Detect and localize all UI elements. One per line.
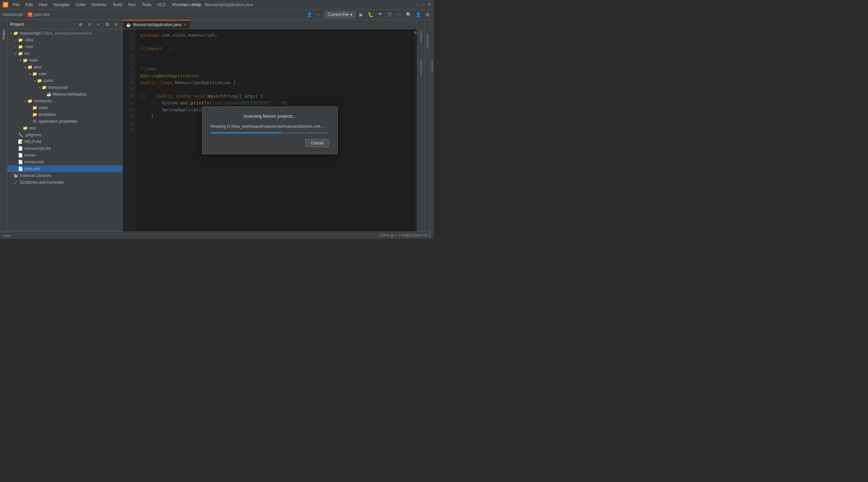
- tree-item--mvn[interactable]: ›📁.mvn: [7, 43, 122, 50]
- debug-button[interactable]: 🐛: [367, 11, 374, 18]
- collapse-all-icon[interactable]: ≡: [86, 21, 93, 28]
- menu-navigate[interactable]: Navigate: [51, 2, 72, 8]
- tree-item-scratches-and-consoles[interactable]: ›🖊Scratches and Consoles: [7, 179, 122, 186]
- cancel-button[interactable]: Cancel: [305, 139, 329, 147]
- structure-tab[interactable]: Structure: [430, 60, 434, 73]
- tree-label: mvnw.cmd: [24, 160, 44, 164]
- tree-label: application.properties: [39, 119, 77, 124]
- window-controls[interactable]: ─ □ ✕: [414, 2, 431, 7]
- tree-icon-folder: 📁: [32, 71, 37, 77]
- breadcrumb-manuscript[interactable]: manuscript: [3, 12, 23, 17]
- tree-arrow: ›: [9, 181, 13, 184]
- title-bar: IJ FileEditViewNavigateCodeRefactorBuild…: [0, 0, 434, 9]
- tree-arrow: ›: [14, 38, 18, 42]
- main-layout: Project Project ⊕ ≡ ≈ ⚙ ✕ ▾📁manuscript D…: [0, 20, 434, 232]
- current-file-button[interactable]: Current File ▾: [324, 11, 355, 18]
- tree-item-static[interactable]: ›📁static: [7, 104, 122, 111]
- tree-label: .gitignore: [24, 133, 41, 137]
- coverage-button[interactable]: ☂: [376, 11, 384, 18]
- menu-edit[interactable]: Edit: [23, 2, 35, 8]
- tree-label: test: [29, 126, 36, 130]
- tree-item-main[interactable]: ▾📁main: [7, 57, 122, 64]
- progress-bar: [211, 132, 329, 134]
- tree-item-manuscript[interactable]: ▾📁manuscript: [7, 84, 122, 91]
- code-editor: 123456789101112131415 package com.cuinn.…: [123, 29, 417, 232]
- dialog-overlay: Scanning Maven projects... Reading D:/id…: [123, 29, 417, 232]
- avatar-icon[interactable]: 👤: [414, 11, 422, 18]
- breadcrumb-pom[interactable]: M pom.xml: [28, 12, 49, 17]
- tree-item-help-md[interactable]: 📝HELP.md: [7, 138, 122, 145]
- tree-item-pom-xml[interactable]: 📄pom.xml: [7, 165, 122, 172]
- tree-icon-folder: 📁: [22, 125, 28, 131]
- tree-arrow: ▾: [23, 65, 27, 69]
- bookmarks-tab[interactable]: Bookmarks: [426, 33, 429, 48]
- tree-arrow: ▾: [37, 86, 41, 89]
- tree-item-manuscript[interactable]: ▾📁manuscript D:\idea_workspace\manusuc: [7, 30, 122, 37]
- tree-icon-md: 📝: [18, 139, 23, 144]
- tree-label: cuinn: [43, 78, 53, 83]
- tree-item-manuscriptapplica---[interactable]: ☕ManuscriptApplica...: [7, 91, 122, 98]
- close-panel-icon[interactable]: ✕: [112, 21, 120, 28]
- tree-arrow: ▾: [23, 99, 27, 103]
- menu-view[interactable]: View: [36, 2, 50, 8]
- more-actions-button[interactable]: ⋯: [395, 11, 403, 18]
- tree-icon-file: 📄: [18, 153, 23, 158]
- tree-label: .mvn: [24, 44, 33, 49]
- tree-icon-folder: 📁: [27, 98, 33, 104]
- tree-item-test[interactable]: ›📁test: [7, 125, 122, 132]
- menu-vcs[interactable]: VCS: [155, 2, 169, 8]
- sort-icon[interactable]: ≈: [95, 21, 102, 28]
- menu-tools[interactable]: Tools: [139, 2, 154, 8]
- menu-file[interactable]: File: [10, 2, 22, 8]
- search-icon[interactable]: 🔍: [405, 11, 412, 18]
- menu-refactor[interactable]: Refactor: [89, 2, 110, 8]
- tree-icon-root: 📁: [13, 31, 18, 36]
- project-header-icons: ⊕ ≡ ≈ ⚙ ✕: [77, 21, 120, 28]
- maximize-button[interactable]: □: [420, 2, 425, 7]
- minimize-button[interactable]: ─: [414, 2, 419, 7]
- close-button[interactable]: ✕: [427, 2, 431, 7]
- project-tab[interactable]: Project: [0, 21, 7, 48]
- tree-item-application-properties[interactable]: ⚙application.properties: [7, 118, 122, 125]
- tree-arrow: ›: [14, 45, 18, 49]
- database-tab[interactable]: Database: [418, 21, 425, 52]
- nav-toolbar: manuscript › M pom.xml 👤 ← Current File …: [0, 9, 434, 20]
- tree-item-mvnw[interactable]: 📄mvnw: [7, 152, 122, 159]
- editor-tabs: ☕ ManuscriptApplication.java ✕: [123, 20, 417, 29]
- menu-build[interactable]: Build: [110, 2, 125, 8]
- tree-item-cuinn[interactable]: ▾📁cuinn: [7, 77, 122, 84]
- gear-icon[interactable]: ⚙: [103, 21, 111, 28]
- dialog-reading-label: Reading D:/idea_workspace/manuscript/man…: [211, 124, 329, 129]
- tree-item--gitignore[interactable]: 🔧.gitignore: [7, 132, 122, 138]
- menu-run[interactable]: Run: [125, 2, 138, 8]
- tree-icon-folder: 📁: [41, 85, 47, 90]
- tree-item-resources[interactable]: ▾📁resources: [7, 98, 122, 104]
- status-left: main: [3, 234, 11, 238]
- tab-label: ManuscriptApplication.java: [133, 22, 181, 27]
- git-icon[interactable]: 👤: [305, 11, 313, 18]
- toolbar-actions: 👤 ← Current File ▾ ▶ 🐛 ☂ ⏱ ⋯ 🔍 👤 ⚙: [305, 11, 431, 18]
- app-logo: IJ: [3, 2, 8, 7]
- tree-item-com[interactable]: ▾📁com: [7, 71, 122, 77]
- tree-label: Scratches and Consoles: [20, 180, 64, 185]
- tree-item-external-libraries[interactable]: ›📚External Libraries: [7, 172, 122, 179]
- tree-icon-folder: 📁: [32, 112, 37, 117]
- tree-item-mvnw-cmd[interactable]: 📄mvnw.cmd: [7, 159, 122, 165]
- notifications-tab[interactable]: Notifications: [418, 53, 425, 83]
- tree-item-src[interactable]: ▾📁src: [7, 50, 122, 57]
- menu-code[interactable]: Code: [73, 2, 88, 8]
- tree-item-java[interactable]: ▾📁java: [7, 64, 122, 71]
- tree-item-manuscript-iml[interactable]: 📄manuscript.iml: [7, 145, 122, 152]
- tree-item-templates[interactable]: ›📁templates: [7, 111, 122, 118]
- editor-tab-manuscript[interactable]: ☕ ManuscriptApplication.java ✕: [123, 20, 190, 29]
- tree-label: templates: [39, 112, 56, 117]
- tree-item--idea[interactable]: ›📁.idea: [7, 37, 122, 43]
- tree-icon-git: 🔧: [18, 132, 23, 138]
- profile-button[interactable]: ⏱: [386, 11, 393, 18]
- locate-icon[interactable]: ⊕: [77, 21, 84, 28]
- settings-icon[interactable]: ⚙: [424, 11, 431, 18]
- run-button[interactable]: ▶: [357, 11, 365, 18]
- back-icon[interactable]: ←: [315, 11, 322, 18]
- tab-close-icon[interactable]: ✕: [183, 23, 186, 27]
- tree-label: manuscript: [20, 31, 40, 36]
